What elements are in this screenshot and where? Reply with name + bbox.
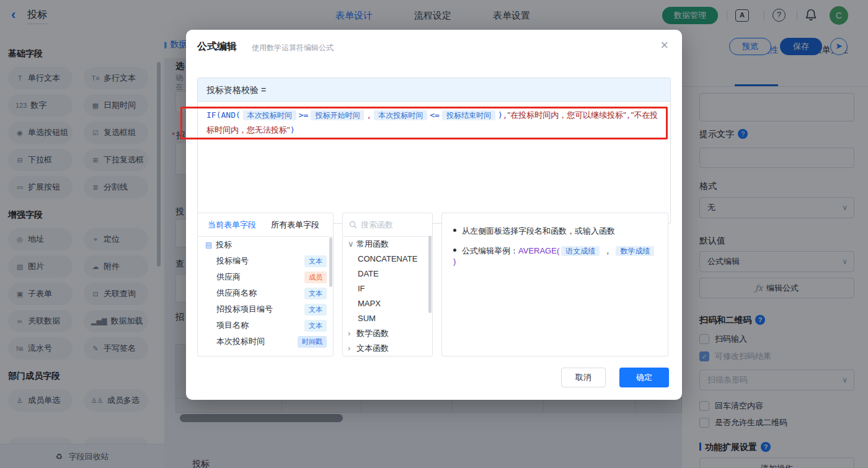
code-token: "在投标时间内，您可以继续投标" xyxy=(508,110,626,120)
code-token: <= xyxy=(430,110,440,120)
variable-name: 项目名称 xyxy=(216,320,304,331)
variable-row[interactable]: 供应商名称文本 xyxy=(198,285,333,301)
example-function-open: AVERAGE( xyxy=(518,246,559,255)
help-panel: 从左侧面板选择字段名和函数，或输入函数 公式编辑举例：AVERAGE(语文成绩 … xyxy=(441,213,668,356)
variables-panel: 当前表单字段所有表单字段 ▤投标投标编号文本供应商成员供应商名称文本招投标项目编… xyxy=(197,213,334,356)
field-chip[interactable]: 本次投标时间 xyxy=(374,110,427,120)
confirm-button[interactable]: 确定 xyxy=(619,368,669,387)
variable-type-badge: 文本 xyxy=(304,304,327,316)
variables-tab-2[interactable]: 所有表单字段 xyxy=(271,220,319,229)
variable-name: 供应商名称 xyxy=(216,288,304,299)
variables-scrollbar[interactable] xyxy=(329,237,332,287)
formula-target-field: 投标资格校验 = xyxy=(198,78,670,102)
chevron-down-icon: ∨ xyxy=(348,237,356,252)
functions-scrollbar[interactable] xyxy=(428,236,432,313)
function-search-input[interactable] xyxy=(361,220,417,229)
help-example-line: 公式编辑举例：AVERAGE(语文成绩 ， 数学成绩 ) xyxy=(453,245,657,266)
code-token: >= xyxy=(299,110,309,120)
example-field-chip: 语文成绩 xyxy=(561,246,600,256)
variables-tab-1[interactable]: 当前表单字段 xyxy=(208,220,256,229)
function-item[interactable]: DATE xyxy=(343,267,432,281)
variable-name: 招投标项目编号 xyxy=(216,304,304,315)
function-item[interactable]: SUM xyxy=(343,311,432,326)
code-token: IF(AND( xyxy=(206,110,241,120)
code-token: ) xyxy=(290,125,295,135)
example-comma: ， xyxy=(601,246,614,255)
function-group-label: 文本函数 xyxy=(356,343,389,353)
document-icon: ▤ xyxy=(205,241,212,249)
form-node[interactable]: ▤投标 xyxy=(198,237,333,253)
function-item[interactable]: IF xyxy=(343,281,432,296)
field-chip[interactable]: 投标开始时间 xyxy=(311,110,364,120)
chevron-right-icon: › xyxy=(348,326,356,341)
function-group-label: 数学函数 xyxy=(356,329,389,338)
variable-name: 供应商 xyxy=(216,272,304,283)
variable-row[interactable]: 本次投标时间时间戳 xyxy=(198,333,333,350)
function-item[interactable]: MAPX xyxy=(343,296,432,311)
functions-panel: ∨常用函数CONCATENATEDATEIFMAPXSUM›数学函数›文本函数 xyxy=(342,213,433,356)
variable-row[interactable]: 招投标项目编号文本 xyxy=(198,301,333,317)
code-token: , xyxy=(366,110,371,120)
function-search[interactable] xyxy=(343,213,432,237)
variable-row[interactable]: 投标编号文本 xyxy=(198,253,333,269)
field-chip[interactable]: 投标结束时间 xyxy=(442,110,495,120)
variable-type-badge: 文本 xyxy=(304,255,327,267)
variable-row[interactable]: 供应商成员 xyxy=(198,269,333,285)
function-group-label: 常用函数 xyxy=(356,239,389,249)
code-token: ) xyxy=(498,110,503,120)
variable-name: 投标编号 xyxy=(216,255,304,267)
search-icon xyxy=(349,221,357,229)
variable-type-badge: 成员 xyxy=(304,272,327,283)
function-group[interactable]: ›数学函数 xyxy=(343,326,432,341)
function-item[interactable]: CONCATENATE xyxy=(343,252,432,267)
dialog-title: 公式编辑 xyxy=(197,40,237,53)
variable-row[interactable]: 项目名称文本 xyxy=(198,317,333,333)
variable-type-badge: 时间戳 xyxy=(298,336,327,348)
formula-editor: 投标资格校验 = IF(AND(本次投标时间>=投标开始时间,本次投标时间<=投… xyxy=(197,77,671,224)
variable-type-badge: 文本 xyxy=(304,320,327,332)
cancel-button[interactable]: 取消 xyxy=(561,368,606,387)
function-group[interactable]: ›文本函数 xyxy=(343,341,432,356)
variable-name: 本次投标时间 xyxy=(216,336,298,347)
close-icon[interactable]: × xyxy=(660,37,668,53)
function-group[interactable]: ∨常用函数 xyxy=(343,237,432,252)
example-field-chip: 数学成绩 xyxy=(616,246,654,256)
help-line: 从左侧面板选择字段名和函数，或输入函数 xyxy=(453,226,657,237)
form-name: 投标 xyxy=(216,239,327,250)
variable-type-badge: 文本 xyxy=(304,288,327,299)
dialog-subtitle: 使用数学运算符编辑公式 xyxy=(252,43,334,53)
example-function-close: ) xyxy=(453,257,456,266)
code-token: , xyxy=(503,110,508,120)
field-chip[interactable]: 本次投标时间 xyxy=(243,110,296,120)
formula-code-input[interactable]: IF(AND(本次投标时间>=投标开始时间,本次投标时间<=投标结束时间),"在… xyxy=(198,102,670,144)
formula-editor-dialog: 公式编辑 使用数学运算符编辑公式 × 投标资格校验 = IF(AND(本次投标时… xyxy=(186,30,682,400)
chevron-right-icon: › xyxy=(348,341,356,356)
code-token: , xyxy=(626,110,631,120)
